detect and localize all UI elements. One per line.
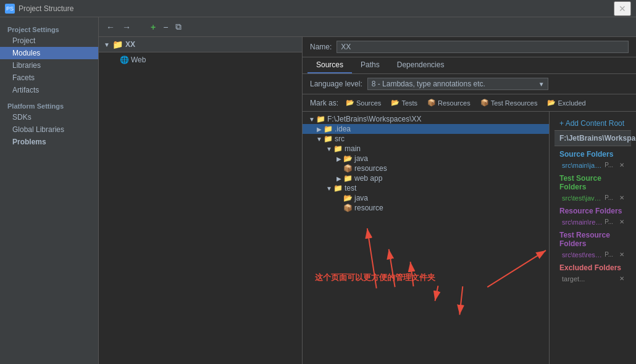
test-java-icon: 📂 <box>343 194 353 202</box>
resources-folder-icon: 📦 <box>427 99 436 107</box>
test-icon: 📁 <box>333 184 343 192</box>
forward-button[interactable]: → <box>120 21 133 33</box>
sidebar: Project Settings Project Modules Librari… <box>0 17 99 364</box>
tree-item-idea[interactable]: ▶ 📁 .idea <box>303 124 549 134</box>
source-folder-x-btn[interactable]: ✕ <box>617 161 626 169</box>
sidebar-item-sdks[interactable]: SDKs <box>0 111 98 123</box>
resource-folder-p-btn[interactable]: P... <box>603 218 615 226</box>
tree-item-webapp[interactable]: ▶ 📁 web app <box>303 173 549 183</box>
tree-item-test[interactable]: ▼ 📁 test <box>303 183 549 193</box>
add-button[interactable]: + <box>148 21 158 33</box>
mark-test-resources-button[interactable]: 📦 Test Resources <box>478 98 540 107</box>
sidebar-item-project[interactable]: Project <box>0 35 98 47</box>
copy-button[interactable]: ⧉ <box>173 20 184 33</box>
content-area: ← → + − ⧉ ▼ 📁 XX 🌐 Web <box>99 17 636 364</box>
svg-line-2 <box>389 249 395 287</box>
mark-tests-button[interactable]: 📂 Tests <box>388 98 420 107</box>
svg-line-1 <box>367 228 377 288</box>
language-level-select[interactable]: 8 - Lambdas, type annotations etc.11 - L… <box>367 78 548 90</box>
webapp-arrow: ▶ <box>335 175 343 182</box>
sidebar-item-facets[interactable]: Facets <box>0 72 98 84</box>
source-folder-p-btn[interactable]: P... <box>603 161 615 169</box>
resource-folder-x-btn[interactable]: ✕ <box>617 218 626 226</box>
tree-label-idea: .idea <box>335 125 351 133</box>
svg-line-6 <box>487 250 546 287</box>
content-tree[interactable]: ▼ 📁 F:\JetBrains\Workspaces\XX ▶ 📁 .idea <box>303 112 550 364</box>
name-input[interactable] <box>337 41 629 53</box>
test-source-folder-path: src\test\java... <box>562 194 603 202</box>
idea-icon: 📁 <box>324 125 333 133</box>
tree-label-resources: resources <box>354 164 387 173</box>
title-bar: PS Project Structure ✕ <box>0 0 636 17</box>
mark-sources-button[interactable]: 📂 Sources <box>343 98 383 107</box>
source-folder-path: src\main\java... <box>562 162 603 169</box>
mark-excluded-button[interactable]: 📂 Excluded <box>545 98 588 107</box>
window-title: Project Structure <box>19 4 73 13</box>
resource-folders-title: Resource Folders <box>559 207 622 215</box>
sidebar-item-global-libraries[interactable]: Global Libraries <box>0 123 98 136</box>
tree-item-test-java[interactable]: 📂 java <box>303 193 549 203</box>
tree-item-main[interactable]: ▼ 📁 main <box>303 144 549 154</box>
name-label: Name: <box>310 43 332 51</box>
sidebar-item-problems[interactable]: Problems <box>0 136 98 148</box>
name-bar: Name: <box>303 37 636 57</box>
tree-label-java: java <box>354 154 368 163</box>
tree-label-web: Web <box>131 56 146 64</box>
tree-item-src[interactable]: ▼ 📁 src <box>303 134 549 144</box>
root-path-header: F:\JetBrains\Workspaces\XX ✕ <box>554 131 631 146</box>
test-resource-icon: 📦 <box>343 204 353 212</box>
test-resources-folder-icon: 📦 <box>480 99 489 107</box>
excluded-folder-x-btn[interactable]: ✕ <box>617 275 626 283</box>
detail-content: ▼ 📁 F:\JetBrains\Workspaces\XX ▶ 📁 .idea <box>303 112 636 364</box>
sidebar-item-artifacts[interactable]: Artifacts <box>0 84 98 96</box>
mark-resources-button[interactable]: 📦 Resources <box>425 98 473 107</box>
source-folder-path-row: src\main\java... P... ✕ <box>554 160 631 170</box>
sidebar-item-modules[interactable]: Modules <box>0 47 98 59</box>
module-tree-panel: ▼ 📁 XX 🌐 Web <box>99 37 303 364</box>
module-tree-content[interactable]: 🌐 Web <box>99 52 302 364</box>
test-source-folder-x-btn[interactable]: ✕ <box>617 194 626 202</box>
tree-label-test-java: java <box>354 194 368 202</box>
tree-label-src: src <box>335 134 345 143</box>
platform-settings-label: Platform Settings <box>0 96 98 111</box>
idea-arrow: ▶ <box>315 126 324 133</box>
tree-item-resources[interactable]: 📦 resources <box>303 163 549 173</box>
resource-folder-path-row: src\main\resources... P... ✕ <box>554 217 631 227</box>
root-path-label: F:\JetBrains\Workspaces\XX <box>559 134 636 143</box>
module-name: XX <box>125 40 135 49</box>
svg-line-5 <box>459 286 462 315</box>
mark-as-bar: Mark as: 📂 Sources 📂 Tests 📦 Resources <box>303 94 636 112</box>
tree-root-row[interactable]: ▼ 📁 F:\JetBrains\Workspaces\XX <box>303 114 549 124</box>
test-source-folder-p-btn[interactable]: P... <box>603 194 615 202</box>
sidebar-item-libraries[interactable]: Libraries <box>0 59 98 72</box>
src-icon: 📁 <box>324 134 333 143</box>
test-resource-folder-actions: P... ✕ <box>603 250 626 259</box>
module-icon: 📁 <box>112 39 123 49</box>
window-close-button[interactable]: ✕ <box>614 1 631 16</box>
test-resource-folder-path-row: src\test\resource... P... ✕ <box>554 249 631 260</box>
tree-item-java[interactable]: ▶ 📂 java <box>303 154 549 163</box>
add-content-root-button[interactable]: + Add Content Root <box>554 117 631 131</box>
tab-dependencies[interactable]: Dependencies <box>388 57 453 73</box>
test-resource-folder-p-btn[interactable]: P... <box>603 250 615 259</box>
resource-folder-actions: P... ✕ <box>603 218 626 226</box>
back-button[interactable]: ← <box>104 21 117 33</box>
module-arrow: ▼ <box>104 41 110 48</box>
tab-sources[interactable]: Sources <box>308 57 352 73</box>
svg-line-3 <box>411 262 414 286</box>
title-bar-left: PS Project Structure <box>5 4 73 14</box>
resource-folders-header: Resource Folders <box>554 203 631 217</box>
test-resource-folder-x-btn[interactable]: ✕ <box>617 250 626 259</box>
tree-item-web[interactable]: 🌐 Web <box>99 55 302 65</box>
mark-as-label: Mark as: <box>310 99 338 107</box>
test-arrow: ▼ <box>325 185 333 192</box>
remove-button[interactable]: − <box>161 21 170 33</box>
source-folders-header: Source Folders <box>554 146 631 160</box>
tree-label-test: test <box>345 184 356 192</box>
webapp-icon: 📁 <box>343 174 353 183</box>
tree-item-test-resource[interactable]: 📦 resource <box>303 203 549 213</box>
test-resource-folders-header: Test Resource Folders <box>554 227 631 249</box>
java-arrow: ▶ <box>335 155 343 162</box>
tab-paths[interactable]: Paths <box>352 57 388 73</box>
resources-icon-tree: 📦 <box>343 164 353 173</box>
